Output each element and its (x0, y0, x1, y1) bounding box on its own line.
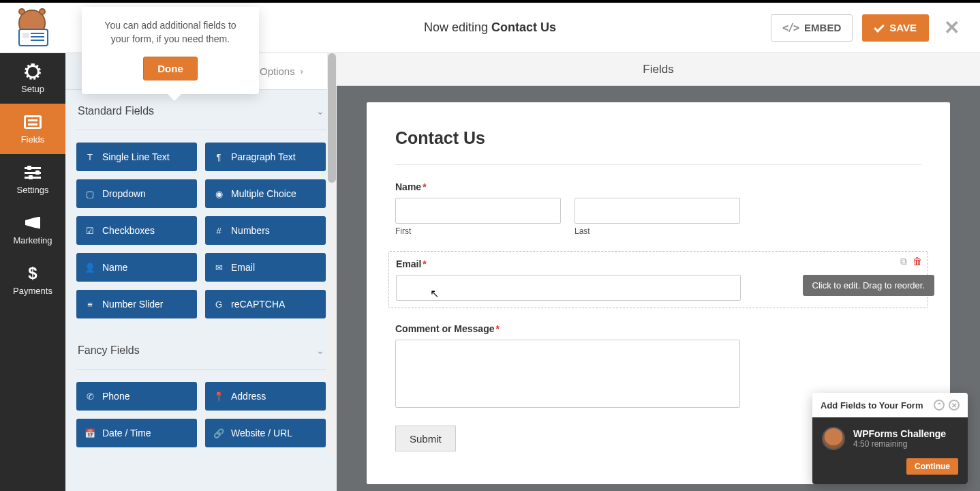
field-type-recaptcha[interactable]: GreCAPTCHA (205, 290, 326, 318)
megaphone-icon (25, 217, 40, 229)
field-type-phone[interactable]: ✆Phone (76, 382, 197, 411)
embed-button[interactable]: </> EMBED (771, 14, 853, 42)
popover-text: You can add additional fields to your fo… (97, 19, 244, 46)
chevron-down-icon: ⌄ (316, 106, 324, 117)
field-type-email[interactable]: ✉Email (205, 253, 326, 282)
check-icon (874, 22, 885, 33)
field-type-multiple-choice[interactable]: ◉Multiple Choice (205, 179, 326, 208)
field-type-label: Numbers (231, 225, 270, 236)
challenge-close-icon[interactable]: ✕ (949, 400, 960, 411)
field-type-numbers[interactable]: #Numbers (205, 216, 326, 245)
fields-panel: Add Fields⌄ Field Options› Standard Fiel… (65, 53, 337, 491)
edit-tooltip: Click to edit. Drag to reorder. (803, 275, 934, 296)
field-type-address[interactable]: 📍Address (205, 382, 326, 411)
editing-title: Now editing Contact Us (424, 20, 556, 35)
challenge-continue-button[interactable]: Continue (906, 458, 958, 475)
field-type-dropdown[interactable]: ▢Dropdown (76, 179, 197, 208)
challenge-avatar (822, 427, 845, 450)
dropdown-icon: ▢ (85, 189, 95, 199)
multiple-choice-icon: ◉ (213, 189, 224, 199)
field-type-name[interactable]: 👤Name (76, 253, 197, 282)
field-type-label: Date / Time (102, 428, 151, 438)
nav-settings[interactable]: Settings (0, 154, 65, 205)
challenge-header: Add Fields to Your Form (821, 400, 923, 411)
email-icon: ✉ (213, 263, 224, 273)
nav-setup[interactable]: Setup (0, 53, 65, 104)
input-first-name[interactable] (395, 198, 561, 224)
website-url-icon: 🔗 (213, 428, 224, 438)
dollar-icon: $ (28, 265, 37, 282)
challenge-title: WPForms Challenge (853, 428, 946, 439)
challenge-remaining: 4:50 remaining (853, 439, 946, 449)
field-type-label: Website / URL (231, 428, 292, 438)
field-type-label: Name (102, 262, 127, 273)
field-type-single-line-text[interactable]: TSingle Line Text (76, 143, 197, 171)
field-name[interactable]: Name* First Last (395, 181, 921, 236)
field-type-label: Dropdown (102, 188, 146, 199)
left-nav: Setup Fields Settings Marketing $ Paymen… (0, 53, 65, 491)
chevron-right-icon: › (301, 67, 303, 76)
field-type-label: Number Slider (102, 299, 163, 310)
field-type-label: reCAPTCHA (231, 299, 285, 310)
app-logo (0, 3, 65, 53)
date-time-icon: 📅 (85, 428, 95, 438)
close-icon[interactable]: ✕ (938, 16, 965, 39)
field-type-label: Paragraph Text (231, 151, 296, 162)
sublabel-first: First (395, 226, 561, 236)
field-type-date-time[interactable]: 📅Date / Time (76, 419, 197, 447)
numbers-icon: # (213, 226, 224, 236)
input-last-name[interactable] (575, 198, 740, 224)
sliders-icon (25, 166, 41, 179)
field-type-label: Email (231, 262, 255, 273)
trash-icon[interactable]: 🗑 (913, 256, 922, 267)
fields-header-bar: Fields (337, 53, 980, 86)
name-icon: 👤 (85, 263, 95, 273)
address-icon: 📍 (213, 391, 224, 402)
field-type-label: Multiple Choice (231, 188, 296, 199)
nav-fields[interactable]: Fields (0, 104, 65, 154)
section-standard-fields[interactable]: Standard Fields⌄ (76, 90, 326, 130)
field-type-label: Single Line Text (102, 151, 170, 162)
field-email-selected[interactable]: ⧉ 🗑 Email* Click to edit. Drag to reorde… (388, 251, 928, 308)
input-email[interactable] (396, 275, 741, 301)
panel-scrollbar[interactable] (327, 53, 337, 454)
recaptcha-icon: G (213, 299, 224, 310)
field-type-label: Checkboxes (102, 225, 155, 236)
checkboxes-icon: ☑ (85, 226, 95, 236)
onboarding-popover: You can add additional fields to your fo… (82, 7, 259, 94)
nav-marketing[interactable]: Marketing (0, 205, 65, 255)
save-button[interactable]: SAVE (862, 14, 929, 42)
field-type-number-slider[interactable]: ≡Number Slider (76, 290, 197, 318)
form-icon (24, 115, 42, 129)
submit-button[interactable]: Submit (395, 426, 456, 451)
field-type-website-url[interactable]: 🔗Website / URL (205, 419, 326, 447)
challenge-collapse-icon[interactable]: ⌃ (934, 400, 945, 411)
popover-done-button[interactable]: Done (143, 57, 198, 80)
duplicate-icon[interactable]: ⧉ (900, 256, 907, 267)
paragraph-text-icon: ¶ (213, 152, 224, 162)
section-fancy-fields[interactable]: Fancy Fields⌄ (76, 329, 326, 370)
nav-payments[interactable]: $ Payments (0, 255, 65, 306)
code-icon: </> (782, 22, 799, 34)
field-type-paragraph-text[interactable]: ¶Paragraph Text (205, 143, 326, 171)
gear-icon (26, 65, 40, 78)
sublabel-last: Last (575, 226, 740, 236)
input-comment[interactable] (395, 340, 740, 408)
single-line-text-icon: T (85, 152, 95, 162)
field-type-label: Address (231, 391, 266, 402)
field-type-checkboxes[interactable]: ☑Checkboxes (76, 216, 197, 245)
number-slider-icon: ≡ (85, 299, 95, 310)
field-type-label: Phone (102, 391, 129, 402)
challenge-widget: Add Fields to Your Form ⌃ ✕ WPForms Chal… (812, 393, 968, 484)
phone-icon: ✆ (85, 391, 95, 402)
chevron-down-icon: ⌄ (316, 345, 324, 356)
form-title: Contact Us (395, 128, 921, 165)
